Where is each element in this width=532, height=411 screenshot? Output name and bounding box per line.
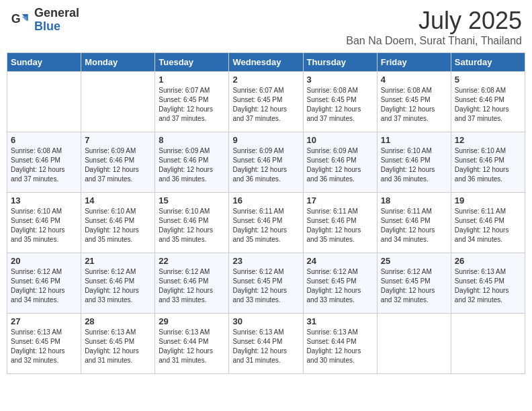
daylight-text: Daylight: 12 hours and 37 minutes.: [11, 165, 77, 184]
sunrise-text: Sunrise: 6:09 AM: [85, 146, 151, 156]
cell-sun-info: Sunrise: 6:12 AMSunset: 6:46 PMDaylight:…: [159, 267, 225, 305]
sunrise-text: Sunrise: 6:08 AM: [11, 146, 77, 156]
day-number: 1: [159, 75, 225, 85]
day-number: 10: [307, 135, 373, 145]
cell-sun-info: Sunrise: 6:11 AMSunset: 6:46 PMDaylight:…: [232, 207, 299, 244]
cell-sun-info: Sunrise: 6:10 AMSunset: 6:46 PMDaylight:…: [11, 207, 77, 244]
day-number: 18: [381, 195, 447, 205]
day-number: 26: [455, 256, 521, 266]
sunrise-text: Sunrise: 6:07 AM: [232, 86, 299, 95]
cell-sun-info: Sunrise: 6:09 AMSunset: 6:46 PMDaylight:…: [232, 146, 299, 184]
calendar-cell: 1Sunrise: 6:07 AMSunset: 6:45 PMDaylight…: [155, 72, 229, 132]
sunrise-text: Sunrise: 6:10 AM: [85, 207, 151, 216]
header-saturday: Saturday: [451, 53, 525, 72]
location-title: Ban Na Doem, Surat Thani, Thailand: [346, 35, 522, 47]
sunrise-text: Sunrise: 6:11 AM: [381, 207, 447, 216]
daylight-text: Daylight: 12 hours and 33 minutes.: [159, 286, 225, 305]
sunset-text: Sunset: 6:46 PM: [232, 156, 299, 165]
sunset-text: Sunset: 6:45 PM: [85, 337, 151, 347]
sunrise-text: Sunrise: 6:10 AM: [11, 207, 77, 216]
daylight-text: Daylight: 12 hours and 37 minutes.: [232, 105, 299, 124]
daylight-text: Daylight: 12 hours and 34 minutes.: [381, 226, 447, 244]
header-tuesday: Tuesday: [155, 53, 229, 72]
cell-sun-info: Sunrise: 6:13 AMSunset: 6:44 PMDaylight:…: [307, 328, 373, 365]
sunset-text: Sunset: 6:45 PM: [307, 95, 373, 105]
daylight-text: Daylight: 12 hours and 37 minutes.: [381, 105, 447, 124]
day-number: 4: [381, 75, 447, 85]
daylight-text: Daylight: 12 hours and 35 minutes.: [159, 226, 225, 244]
calendar-cell: 25Sunrise: 6:12 AMSunset: 6:45 PMDayligh…: [377, 253, 451, 314]
calendar-cell: 12Sunrise: 6:10 AMSunset: 6:46 PMDayligh…: [451, 132, 525, 193]
sunrise-text: Sunrise: 6:12 AM: [159, 267, 225, 277]
calendar-cell: 14Sunrise: 6:10 AMSunset: 6:46 PMDayligh…: [81, 193, 155, 253]
day-number: 12: [455, 135, 521, 145]
day-number: 19: [455, 195, 521, 205]
calendar-header-row: Sunday Monday Tuesday Wednesday Thursday…: [7, 53, 525, 72]
cell-sun-info: Sunrise: 6:13 AMSunset: 6:44 PMDaylight:…: [232, 328, 299, 365]
cell-sun-info: Sunrise: 6:07 AMSunset: 6:45 PMDaylight:…: [159, 86, 225, 124]
header-monday: Monday: [81, 53, 155, 72]
sunset-text: Sunset: 6:44 PM: [307, 337, 373, 347]
cell-sun-info: Sunrise: 6:10 AMSunset: 6:46 PMDaylight:…: [381, 146, 447, 184]
day-number: 31: [307, 316, 373, 326]
sunrise-text: Sunrise: 6:09 AM: [307, 146, 373, 156]
daylight-text: Daylight: 12 hours and 37 minutes.: [307, 105, 373, 124]
daylight-text: Daylight: 12 hours and 32 minutes.: [11, 347, 77, 365]
sunrise-text: Sunrise: 6:12 AM: [11, 267, 77, 277]
cell-sun-info: Sunrise: 6:09 AMSunset: 6:46 PMDaylight:…: [85, 146, 151, 184]
daylight-text: Daylight: 12 hours and 30 minutes.: [307, 347, 373, 365]
cell-sun-info: Sunrise: 6:08 AMSunset: 6:45 PMDaylight:…: [381, 86, 447, 124]
calendar-cell: 30Sunrise: 6:13 AMSunset: 6:44 PMDayligh…: [229, 314, 303, 374]
sunrise-text: Sunrise: 6:09 AM: [159, 146, 225, 156]
daylight-text: Daylight: 12 hours and 36 minutes.: [307, 165, 373, 184]
cell-sun-info: Sunrise: 6:10 AMSunset: 6:46 PMDaylight:…: [85, 207, 151, 244]
cell-sun-info: Sunrise: 6:11 AMSunset: 6:46 PMDaylight:…: [307, 207, 373, 244]
calendar-week-row: 13Sunrise: 6:10 AMSunset: 6:46 PMDayligh…: [7, 193, 525, 253]
day-number: 9: [232, 135, 299, 145]
calendar-week-row: 1Sunrise: 6:07 AMSunset: 6:45 PMDaylight…: [7, 72, 525, 132]
calendar-cell: 7Sunrise: 6:09 AMSunset: 6:46 PMDaylight…: [81, 132, 155, 193]
day-number: 3: [307, 75, 373, 85]
sunset-text: Sunset: 6:45 PM: [232, 277, 299, 286]
cell-sun-info: Sunrise: 6:08 AMSunset: 6:45 PMDaylight:…: [307, 86, 373, 124]
sunrise-text: Sunrise: 6:11 AM: [455, 207, 521, 216]
sunset-text: Sunset: 6:45 PM: [381, 277, 447, 286]
day-number: 17: [307, 195, 373, 205]
day-number: 29: [159, 316, 225, 326]
calendar-cell: 13Sunrise: 6:10 AMSunset: 6:46 PMDayligh…: [7, 193, 81, 253]
daylight-text: Daylight: 12 hours and 35 minutes.: [232, 226, 299, 244]
sunrise-text: Sunrise: 6:13 AM: [307, 328, 373, 337]
day-number: 5: [455, 75, 521, 85]
daylight-text: Daylight: 12 hours and 32 minutes.: [381, 286, 447, 305]
day-number: 15: [159, 195, 225, 205]
sunrise-text: Sunrise: 6:13 AM: [455, 267, 521, 277]
calendar-cell: 21Sunrise: 6:12 AMSunset: 6:46 PMDayligh…: [81, 253, 155, 314]
calendar-cell: 6Sunrise: 6:08 AMSunset: 6:46 PMDaylight…: [7, 132, 81, 193]
logo: G General Blue: [10, 7, 79, 34]
sunrise-text: Sunrise: 6:08 AM: [307, 86, 373, 95]
sunrise-text: Sunrise: 6:10 AM: [455, 146, 521, 156]
sunset-text: Sunset: 6:46 PM: [11, 156, 77, 165]
header-sunday: Sunday: [7, 53, 81, 72]
calendar-cell: [81, 72, 155, 132]
daylight-text: Daylight: 12 hours and 36 minutes.: [159, 165, 225, 184]
day-number: 16: [232, 195, 299, 205]
cell-sun-info: Sunrise: 6:08 AMSunset: 6:46 PMDaylight:…: [455, 86, 521, 124]
title-block: July 2025 Ban Na Doem, Surat Thani, Thai…: [346, 7, 522, 47]
month-title: July 2025: [346, 7, 522, 35]
sunset-text: Sunset: 6:46 PM: [85, 277, 151, 286]
sunset-text: Sunset: 6:45 PM: [232, 95, 299, 105]
sunset-text: Sunset: 6:45 PM: [455, 277, 521, 286]
sunset-text: Sunset: 6:45 PM: [307, 277, 373, 286]
cell-sun-info: Sunrise: 6:09 AMSunset: 6:46 PMDaylight:…: [159, 146, 225, 184]
daylight-text: Daylight: 12 hours and 36 minutes.: [455, 165, 521, 184]
header-wednesday: Wednesday: [229, 53, 303, 72]
sunrise-text: Sunrise: 6:13 AM: [232, 328, 299, 337]
sunset-text: Sunset: 6:46 PM: [232, 216, 299, 226]
sunrise-text: Sunrise: 6:08 AM: [455, 86, 521, 95]
daylight-text: Daylight: 12 hours and 35 minutes.: [11, 226, 77, 244]
daylight-text: Daylight: 12 hours and 34 minutes.: [11, 286, 77, 305]
cell-sun-info: Sunrise: 6:12 AMSunset: 6:45 PMDaylight:…: [232, 267, 299, 305]
calendar-cell: 26Sunrise: 6:13 AMSunset: 6:45 PMDayligh…: [451, 253, 525, 314]
day-number: 11: [381, 135, 447, 145]
